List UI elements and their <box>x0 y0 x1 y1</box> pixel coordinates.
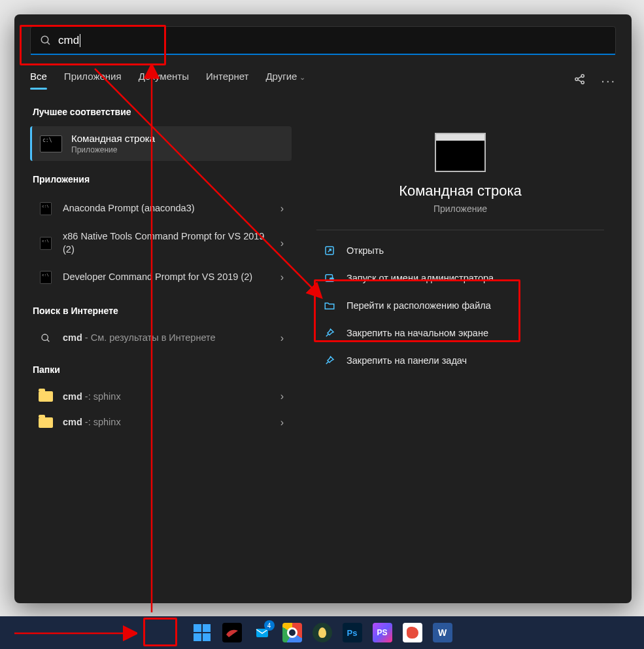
chevron-right-icon: › <box>280 203 284 215</box>
action-pin-start[interactable]: Закрепить на начальном экране <box>316 319 604 347</box>
app-result[interactable]: Anaconda Prompt (anaconda3) › <box>30 194 292 224</box>
taskbar-app-photoshop[interactable]: Ps <box>343 623 362 642</box>
action-open[interactable]: Открыть <box>316 237 604 264</box>
taskbar-app-phpstorm[interactable]: PS <box>373 623 392 642</box>
folder-result[interactable]: cmd -: sphinx › <box>30 384 292 410</box>
taskbar-app-mail[interactable]: 4 <box>252 623 272 642</box>
cmd-icon <box>40 135 62 152</box>
windows-logo-icon <box>194 624 211 641</box>
folder-icon <box>39 417 53 428</box>
tab-other[interactable]: Другие⌄ <box>265 71 305 90</box>
app-result[interactable]: Developer Command Prompt for VS 2019 (2)… <box>30 262 292 292</box>
start-button[interactable] <box>192 623 212 642</box>
folder-icon <box>39 391 53 402</box>
svg-line-8 <box>47 340 49 342</box>
web-term: cmd <box>63 332 82 343</box>
action-label: Закрепить на начальном экране <box>347 328 488 338</box>
results-column: Лучшее соответствие Командная строка При… <box>30 107 292 436</box>
preview-pane: Командная строка Приложение Открыть Запу… <box>305 107 616 436</box>
egg-icon <box>318 627 326 638</box>
chevron-right-icon: › <box>280 272 284 283</box>
taskbar-app-word[interactable]: W <box>433 623 452 642</box>
svg-point-7 <box>42 334 48 340</box>
chevron-right-icon: › <box>280 332 284 344</box>
taskbar-app-kali[interactable] <box>222 623 242 642</box>
action-open-location[interactable]: Перейти к расположению файла <box>316 292 604 319</box>
web-heading: Поиск в Интернете <box>33 306 292 316</box>
divider <box>316 230 604 230</box>
taskbar: 4 Ps PS W <box>0 616 644 649</box>
folder-open-icon <box>323 299 336 312</box>
dragon-icon <box>225 625 239 640</box>
chevron-right-icon: › <box>280 417 284 429</box>
folders-heading: Папки <box>33 364 292 375</box>
pin-icon <box>323 326 336 340</box>
action-label: Перейти к расположению файла <box>347 300 491 311</box>
more-icon[interactable]: ··· <box>601 74 616 87</box>
svg-line-6 <box>578 80 582 82</box>
terminal-icon <box>40 202 52 215</box>
app-result[interactable]: x86 Native Tools Command Prompt for VS 2… <box>30 224 292 262</box>
taskbar-app-paint[interactable] <box>403 623 422 642</box>
taskbar-app-chrome[interactable] <box>282 623 302 642</box>
apps-heading: Приложения <box>33 174 292 184</box>
svg-rect-11 <box>330 277 334 282</box>
open-icon <box>323 244 336 257</box>
chevron-right-icon: › <box>280 391 284 402</box>
windows-search-panel: cmd Все Приложения Документы Интернет Др… <box>14 14 632 603</box>
preview-type: Приложение <box>316 203 604 214</box>
best-match-heading: Лучшее соответствие <box>33 107 292 117</box>
search-icon <box>38 333 54 343</box>
chevron-down-icon: ⌄ <box>299 73 305 81</box>
preview-app-icon <box>435 133 486 172</box>
preview-title: Командная строка <box>316 183 604 200</box>
terminal-icon <box>40 237 52 250</box>
action-label: Закрепить на панели задач <box>347 355 467 366</box>
folder-result[interactable]: cmd -: sphinx › <box>30 410 292 436</box>
share-icon[interactable] <box>573 73 586 88</box>
best-match-title: Командная строка <box>71 133 155 144</box>
web-result[interactable]: cmd - См. результаты в Интернете › <box>30 325 292 351</box>
paint-splat-icon <box>407 627 418 639</box>
action-label: Открыть <box>347 245 384 256</box>
best-match-subtitle: Приложение <box>71 145 155 154</box>
action-run-as-admin[interactable]: Запуск от имени администратора <box>316 264 604 292</box>
tab-all[interactable]: Все <box>30 71 47 90</box>
chevron-right-icon: › <box>280 237 284 249</box>
tab-apps[interactable]: Приложения <box>64 71 122 90</box>
pin-icon <box>323 354 336 367</box>
action-label: Запуск от имени администратора <box>347 273 494 283</box>
search-box[interactable]: cmd <box>30 26 616 55</box>
tab-internet[interactable]: Интернет <box>206 71 248 90</box>
tab-documents[interactable]: Документы <box>139 71 189 90</box>
best-match-result[interactable]: Командная строка Приложение <box>30 126 292 161</box>
badge-count: 4 <box>264 620 275 631</box>
web-suffix: - См. результаты в Интернете <box>82 332 216 343</box>
action-pin-taskbar[interactable]: Закрепить на панели задач <box>316 347 604 374</box>
filter-tabs: Все Приложения Документы Интернет Другие… <box>30 71 616 90</box>
svg-line-5 <box>578 77 582 79</box>
shield-icon <box>323 272 336 285</box>
taskbar-app-egg[interactable] <box>313 623 332 642</box>
terminal-icon <box>40 271 52 284</box>
